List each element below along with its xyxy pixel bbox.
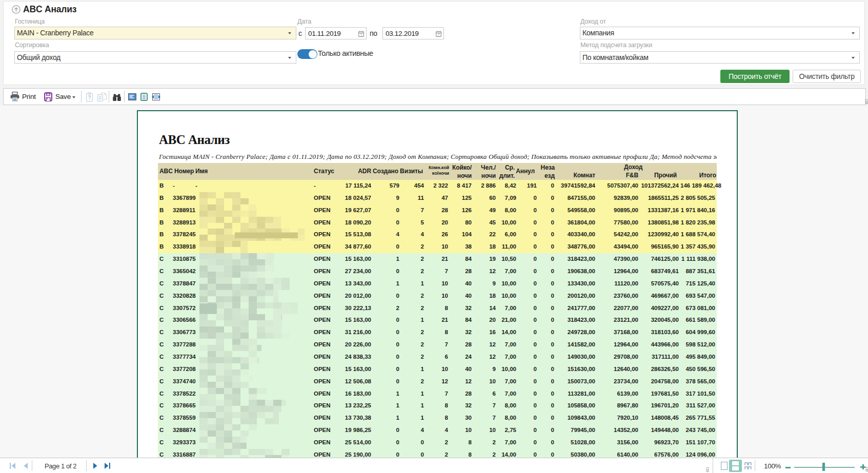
svg-text:?: ?	[88, 95, 91, 100]
svg-text:7: 7	[360, 33, 362, 36]
svg-text:7: 7	[438, 33, 440, 36]
